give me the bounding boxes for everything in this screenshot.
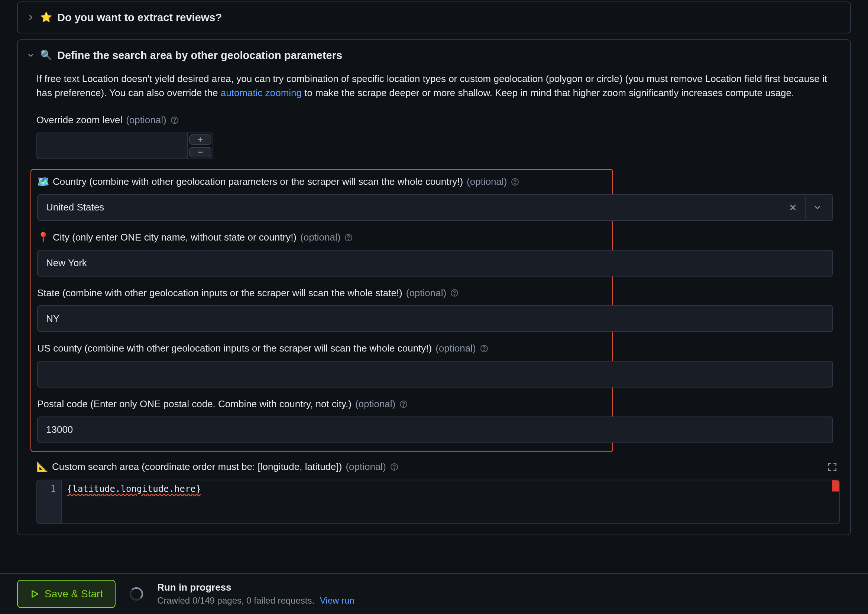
- city-label: City (only enter ONE city name, without …: [53, 231, 297, 245]
- zoom-label: Override zoom level: [36, 113, 122, 127]
- section-geolocation: 🔍 Define the search area by other geoloc…: [17, 39, 851, 535]
- save-start-label: Save & Start: [45, 586, 103, 602]
- svg-point-14: [484, 350, 485, 351]
- run-status: Run in progress Crawled 0/149 pages, 0 f…: [157, 581, 355, 607]
- search-emoji-icon: 🔍: [40, 48, 52, 62]
- svg-marker-19: [32, 591, 38, 597]
- help-icon[interactable]: [390, 462, 399, 471]
- postal-input[interactable]: [37, 417, 833, 443]
- map-emoji-icon: 🗺️: [37, 175, 49, 189]
- help-icon[interactable]: [450, 288, 459, 297]
- zoom-input[interactable]: [36, 133, 188, 159]
- pin-emoji-icon: 📍: [37, 231, 49, 245]
- section-geolocation-header[interactable]: 🔍 Define the search area by other geoloc…: [18, 40, 850, 71]
- svg-point-18: [394, 468, 395, 469]
- country-label: Country (combine with other geolocation …: [53, 175, 463, 189]
- zoom-decrement-button[interactable]: [189, 147, 212, 157]
- run-status-sub: Crawled 0/149 pages, 0 failed requests.: [157, 595, 314, 605]
- svg-point-1: [174, 122, 175, 122]
- help-icon[interactable]: [399, 400, 408, 409]
- country-optional: (optional): [467, 175, 507, 189]
- city-optional: (optional): [300, 231, 341, 245]
- geolocation-highlight-block: 🗺️ Country (combine with other geolocati…: [31, 169, 613, 452]
- star-icon: ⭐: [40, 10, 52, 25]
- custom-area-optional: (optional): [345, 460, 386, 474]
- ruler-emoji-icon: 📐: [36, 460, 48, 474]
- code-content: {latitude.longitude.here}: [67, 484, 201, 494]
- country-value: United States: [46, 200, 104, 215]
- automatic-zoom-link[interactable]: automatic zooming: [221, 87, 302, 98]
- section-reviews: ⭐ Do you want to extract reviews?: [17, 2, 851, 33]
- footer-bar: Save & Start Run in progress Crawled 0/1…: [0, 573, 868, 614]
- custom-area-label: Custom search area (coordinate order mus…: [52, 460, 342, 474]
- error-scroll-marker: [832, 481, 839, 492]
- state-label: State (combine with other geolocation in…: [37, 286, 403, 300]
- help-icon[interactable]: [344, 233, 353, 242]
- spinner-icon: [130, 587, 143, 601]
- chevron-down-icon[interactable]: [811, 203, 824, 212]
- custom-area-editor[interactable]: 1 {latitude.longitude.here}: [36, 480, 840, 524]
- county-input[interactable]: [37, 361, 833, 388]
- city-input[interactable]: [37, 250, 833, 276]
- section-reviews-header[interactable]: ⭐ Do you want to extract reviews?: [18, 2, 850, 33]
- section-geolocation-title: Define the search area by other geolocat…: [57, 48, 342, 63]
- zoom-increment-button[interactable]: [189, 134, 212, 145]
- county-optional: (optional): [436, 341, 476, 356]
- help-icon[interactable]: [170, 116, 179, 125]
- chevron-right-icon: [27, 13, 35, 22]
- help-icon[interactable]: [480, 344, 488, 353]
- code-line-number: 1: [37, 481, 62, 523]
- zoom-optional: (optional): [126, 113, 166, 127]
- section-reviews-title: Do you want to extract reviews?: [57, 10, 222, 25]
- view-run-link[interactable]: View run: [320, 595, 355, 605]
- postal-optional: (optional): [355, 397, 395, 411]
- chevron-down-icon: [27, 51, 35, 59]
- state-optional: (optional): [406, 286, 446, 300]
- clear-icon[interactable]: [786, 203, 800, 212]
- help-icon[interactable]: [510, 177, 520, 186]
- svg-point-10: [348, 239, 349, 240]
- run-status-title: Run in progress: [157, 581, 355, 595]
- svg-point-16: [403, 406, 404, 406]
- state-input[interactable]: [37, 305, 833, 332]
- svg-point-6: [515, 183, 515, 184]
- postal-label: Postal code (Enter only ONE postal code.…: [37, 397, 352, 411]
- svg-point-12: [454, 295, 455, 295]
- save-start-button[interactable]: Save & Start: [17, 580, 115, 608]
- play-icon: [30, 589, 39, 599]
- county-label: US county (combine with other geolocatio…: [37, 341, 432, 356]
- fullscreen-icon[interactable]: [825, 460, 840, 474]
- geolocation-description: If free text Location doesn't yield desi…: [36, 72, 840, 100]
- country-select[interactable]: United States: [37, 194, 833, 221]
